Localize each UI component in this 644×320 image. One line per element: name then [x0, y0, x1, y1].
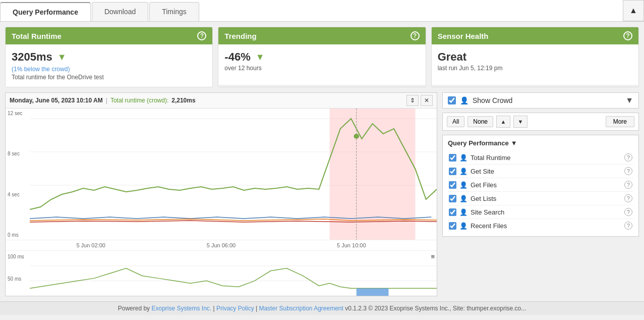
- query-total-runtime-icon: 👤: [459, 154, 467, 162]
- query-get-lists-name: Get Lists: [471, 195, 621, 202]
- filter-up-arrow[interactable]: ▲: [496, 116, 510, 128]
- show-crowd-label: Show Crowd: [473, 96, 621, 104]
- total-runtime-title: Total Runtime: [12, 32, 62, 40]
- main-chart-area[interactable]: 0 ms 4 sec 8 sec 12 sec: [6, 109, 437, 240]
- filter-all-button[interactable]: All: [447, 116, 464, 127]
- y-label-12: 12 sec: [8, 111, 28, 116]
- show-crowd-checkbox[interactable]: [448, 96, 456, 104]
- filter-none-button[interactable]: None: [467, 116, 493, 127]
- main-area: Monday, June 05, 2023 10:10 AM | Total r…: [0, 92, 644, 301]
- tabs-bar: Query Performance Download Timings ▲: [0, 0, 644, 22]
- query-section-header: Query Performance ▼: [448, 139, 633, 147]
- total-runtime-card: Total Runtime ? 3205ms ▼ (1% below the c…: [5, 27, 213, 87]
- x-label-1: 5 Jun 02:00: [76, 242, 105, 248]
- trending-card: Trending ? -46% ▼ over 12 hours: [218, 27, 426, 87]
- total-runtime-help-icon[interactable]: ?: [197, 31, 206, 40]
- sensor-health-help-icon[interactable]: ?: [623, 31, 632, 40]
- query-get-site-name: Get Site: [471, 168, 621, 175]
- chart-container: Monday, June 05, 2023 10:10 AM | Total r…: [5, 92, 437, 296]
- y-label-8: 8 sec: [8, 151, 28, 156]
- main-chart-svg: [6, 109, 437, 240]
- query-get-site-help[interactable]: ?: [624, 167, 632, 175]
- chart-toolbar: ⇕ ✕: [406, 95, 433, 106]
- footer-version-text: v0.1.2.3 © 2023 Exoprise Systems Inc., S…: [345, 305, 526, 312]
- mini-y-label-100: 100 ms: [8, 253, 24, 261]
- trending-help-icon[interactable]: ?: [411, 31, 420, 40]
- chart-xaxis: 5 Jun 02:00 5 Jun 06:00 5 Jun 10:00: [6, 240, 437, 250]
- filter-bar: All None ▲ ▼ More: [442, 113, 639, 131]
- total-runtime-header: Total Runtime ?: [6, 27, 212, 44]
- trending-body: -46% ▼ over 12 hours: [218, 44, 425, 85]
- crowd-person-icon: 👤: [460, 96, 469, 104]
- trending-value: -46%: [224, 50, 250, 64]
- query-total-runtime-name: Total Runtime: [471, 154, 621, 162]
- sensor-health-card: Sensor Health ? Great last run Jun 5, 12…: [431, 27, 639, 87]
- mini-y-label-50: 50 ms: [8, 275, 24, 283]
- mini-chart-svg: [6, 251, 437, 296]
- mini-chart-labels: 100 ms 50 ms: [8, 253, 24, 283]
- chart-tooltip-label: Total runtime (crowd):: [110, 97, 168, 104]
- query-section-arrow: ▼: [511, 139, 517, 147]
- trending-trend-icon: ▼: [256, 52, 265, 63]
- trending-header: Trending ?: [218, 27, 425, 44]
- query-get-lists-help[interactable]: ?: [624, 194, 632, 202]
- query-section-title: Query Performance: [448, 139, 509, 147]
- query-recent-files-checkbox[interactable]: [449, 222, 456, 230]
- filter-down-arrow[interactable]: ▼: [513, 116, 528, 128]
- crowd-chevron-icon[interactable]: ▼: [625, 96, 633, 105]
- chart-resize-icon[interactable]: ⇕: [406, 95, 419, 106]
- footer-subscription-link[interactable]: Master Subscription Agreement: [259, 305, 343, 312]
- trending-subtext: over 12 hours: [224, 65, 419, 72]
- query-item-get-files: 👤 Get Files ?: [448, 178, 633, 192]
- total-runtime-value-row: 3205ms ▼: [12, 50, 206, 64]
- tab-timings[interactable]: Timings: [149, 2, 199, 21]
- query-site-search-help[interactable]: ?: [624, 208, 632, 216]
- total-runtime-trend-icon: ▼: [57, 52, 67, 63]
- query-total-runtime-checkbox[interactable]: [449, 154, 456, 162]
- sidebar: 👤 Show Crowd ▼ All None ▲ ▼ More Query P…: [442, 92, 639, 296]
- query-get-files-name: Get Files: [471, 181, 621, 189]
- footer-powered-by: Powered by: [118, 305, 152, 312]
- chart-yaxis-labels: 0 ms 4 sec 8 sec 12 sec: [6, 109, 30, 240]
- footer: Powered by Exoprise Systems Inc. | Priva…: [0, 301, 644, 315]
- query-get-site-checkbox[interactable]: [449, 168, 456, 175]
- query-item-get-site: 👤 Get Site ?: [448, 165, 633, 178]
- chart-tooltip-date: Monday, June 05, 2023 10:10 AM: [10, 97, 103, 104]
- query-section: Query Performance ▼ 👤 Total Runtime ? 👤 …: [442, 135, 639, 237]
- tab-download[interactable]: Download: [92, 2, 148, 21]
- chart-tooltip-value: 2,210ms: [171, 97, 195, 104]
- y-label-0: 0 ms: [8, 232, 28, 238]
- mini-chart-area[interactable]: 100 ms 50 ms ≡: [6, 250, 437, 296]
- footer-company-link[interactable]: Exoprise Systems Inc.: [151, 305, 211, 312]
- total-runtime-subtext: (1% below the crowd): [12, 66, 206, 73]
- x-label-2: 5 Jun 06:00: [207, 242, 236, 248]
- query-item-recent-files: 👤 Recent Files ?: [448, 219, 633, 232]
- query-total-runtime-help[interactable]: ?: [624, 153, 632, 162]
- query-item-get-lists: 👤 Get Lists ?: [448, 192, 633, 205]
- filter-more-button[interactable]: More: [606, 116, 634, 127]
- mini-chart-hamburger[interactable]: ≡: [431, 253, 435, 260]
- total-runtime-desc: Total runtime for the OneDrive test: [12, 74, 206, 81]
- query-recent-files-name: Recent Files: [471, 222, 621, 230]
- query-get-files-checkbox[interactable]: [449, 181, 456, 189]
- footer-privacy-link[interactable]: Privacy Policy: [216, 305, 254, 312]
- query-site-search-checkbox[interactable]: [449, 208, 456, 216]
- total-runtime-body: 3205ms ▼ (1% below the crowd) Total runt…: [6, 44, 212, 87]
- collapse-button[interactable]: ▲: [623, 0, 644, 21]
- query-get-site-icon: 👤: [459, 168, 467, 175]
- y-label-4: 4 sec: [8, 192, 28, 197]
- tab-query-performance[interactable]: Query Performance: [0, 2, 91, 21]
- trending-title: Trending: [224, 32, 256, 40]
- x-label-3: 5 Jun 10:00: [337, 242, 366, 248]
- query-get-lists-checkbox[interactable]: [449, 195, 456, 202]
- cards-row: Total Runtime ? 3205ms ▼ (1% below the c…: [0, 22, 644, 92]
- query-item-site-search: 👤 Site Search ?: [448, 205, 633, 219]
- sensor-health-title: Sensor Health: [438, 32, 489, 40]
- svg-rect-9: [357, 288, 389, 296]
- query-get-lists-icon: 👤: [459, 195, 467, 202]
- chart-close-icon[interactable]: ✕: [421, 95, 433, 106]
- query-recent-files-help[interactable]: ?: [624, 222, 632, 230]
- query-get-files-help[interactable]: ?: [624, 181, 632, 189]
- query-item-total-runtime: 👤 Total Runtime ?: [448, 151, 633, 165]
- trending-value-row: -46% ▼: [224, 50, 419, 64]
